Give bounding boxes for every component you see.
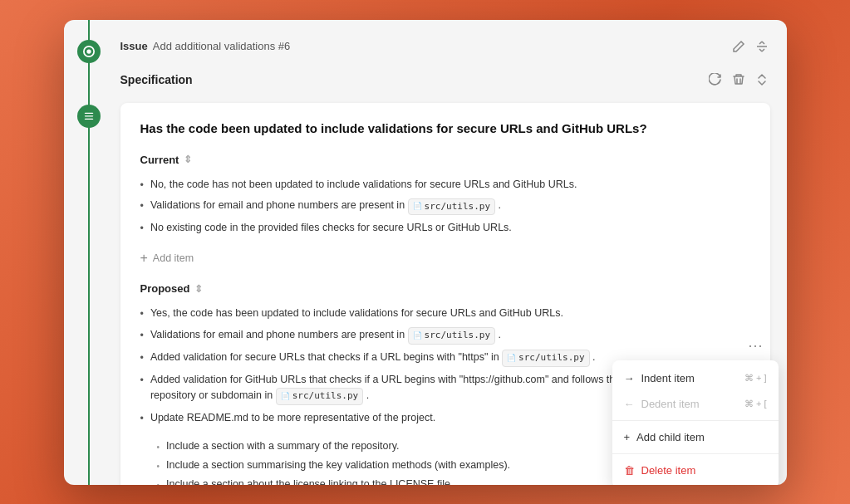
- context-menu: → Indent item ⌘ + ] ← Dedent item ⌘ + [: [612, 360, 779, 485]
- menu-divider-1: [612, 420, 779, 421]
- issue-label: Issue Add additional validations #6: [120, 40, 291, 52]
- more-options-button[interactable]: ···: [748, 337, 763, 355]
- sub-item-text: Include a section about the license link…: [166, 477, 453, 485]
- spec-label: Specification: [120, 73, 193, 86]
- issue-actions: [730, 38, 770, 55]
- list-item: No existing code in the provided files c…: [140, 218, 750, 239]
- current-label: Current: [140, 154, 179, 166]
- issue-tag: Issue: [120, 40, 148, 52]
- expand-button[interactable]: [754, 71, 770, 88]
- current-section-header: Current ⇕: [140, 154, 750, 166]
- delete-button[interactable]: [730, 71, 747, 88]
- dedent-icon: ←: [624, 398, 635, 410]
- list-item: Validations for email and phone numbers …: [140, 325, 750, 347]
- list-item: No, the code has not been updated to inc…: [140, 174, 750, 196]
- sub-item-text: Include a section with a summary of the …: [166, 438, 399, 454]
- issue-icon: [83, 46, 95, 57]
- sub-item-text: Include a section summarising the key va…: [166, 458, 510, 473]
- list-item-text: No, the code has not been updated to inc…: [150, 177, 577, 193]
- delete-item-left: 🗑 Delete item: [624, 464, 696, 477]
- indent-label: Indent item: [641, 372, 695, 384]
- add-child-left: + Add child item: [624, 431, 705, 443]
- proposed-label: Proposed: [140, 282, 190, 295]
- main-card: Has the code been updated to include val…: [120, 103, 770, 485]
- list-item-text: Added validation for secure URLs that ch…: [150, 350, 596, 367]
- delete-label: Delete item: [641, 464, 696, 477]
- code-tag: src/utils.py: [408, 198, 495, 216]
- delete-item-menu[interactable]: 🗑 Delete item: [612, 458, 779, 483]
- proposed-drag-icon: ⇕: [194, 283, 203, 295]
- svg-point-1: [86, 49, 91, 53]
- code-tag-2: src/utils.py: [408, 327, 495, 345]
- issue-row: Issue Add additional validations #6: [114, 33, 770, 60]
- add-child-item-menu[interactable]: + Add child item: [612, 424, 779, 450]
- dedent-shortcut: ⌘ + [: [744, 399, 767, 409]
- list-item: Validations for email and phone numbers …: [140, 195, 750, 218]
- content-area: Issue Add additional validations #6: [114, 20, 787, 485]
- current-list: No, the code has not been updated to inc…: [140, 174, 750, 240]
- section-divider: [140, 269, 750, 282]
- card-question: Has the code been updated to include val…: [140, 120, 750, 137]
- spec-row: Specification: [114, 66, 770, 93]
- resize-button[interactable]: [754, 38, 770, 55]
- code-tag-4: src/utils.py: [276, 388, 363, 405]
- dedent-item-menu: ← Dedent item ⌘ + [: [612, 391, 779, 417]
- refresh-button[interactable]: [707, 71, 724, 88]
- list-item-text: No existing code in the provided files c…: [150, 220, 512, 236]
- svg-rect-4: [84, 118, 93, 119]
- add-item-button-current[interactable]: + Add item: [140, 247, 194, 269]
- add-child-icon: +: [624, 431, 631, 443]
- issue-title: Add additional validations #6: [153, 40, 291, 52]
- dedent-item-left: ← Dedent item: [624, 398, 700, 410]
- svg-rect-3: [84, 115, 93, 116]
- list-item-text: Update README.md to be more representati…: [150, 410, 435, 426]
- issue-node: [77, 40, 101, 63]
- edit-button[interactable]: [730, 38, 747, 55]
- menu-divider-2: [612, 453, 779, 454]
- plus-icon: +: [140, 251, 148, 266]
- spec-node: [77, 105, 101, 128]
- add-child-label: Add child item: [636, 431, 705, 443]
- main-window: Issue Add additional validations #6: [64, 20, 787, 485]
- indent-shortcut: ⌘ + ]: [744, 373, 767, 384]
- list-item: Yes, the code has been updated to includ…: [140, 303, 750, 325]
- timeline: [64, 20, 114, 485]
- indent-item-menu[interactable]: → Indent item ⌘ + ]: [612, 365, 779, 391]
- delete-trash-icon: 🗑: [624, 464, 635, 477]
- spec-icon: [83, 110, 95, 122]
- code-tag-3: src/utils.py: [502, 350, 589, 367]
- list-item-text: Validations for email and phone numbers …: [150, 327, 501, 345]
- indent-item-left: → Indent item: [624, 372, 695, 384]
- current-drag-icon: ⇕: [184, 154, 192, 165]
- proposed-section-header: Proposed ⇕: [140, 282, 750, 295]
- list-item-text: Yes, the code has been updated to includ…: [150, 306, 563, 321]
- spec-actions: [707, 71, 770, 88]
- add-item-label: Add item: [153, 252, 194, 264]
- timeline-line: [88, 20, 90, 485]
- svg-rect-2: [84, 112, 93, 113]
- indent-icon: →: [624, 372, 635, 384]
- dedent-label: Dedent item: [641, 398, 700, 410]
- list-item-text: Validations for email and phone numbers …: [150, 198, 501, 215]
